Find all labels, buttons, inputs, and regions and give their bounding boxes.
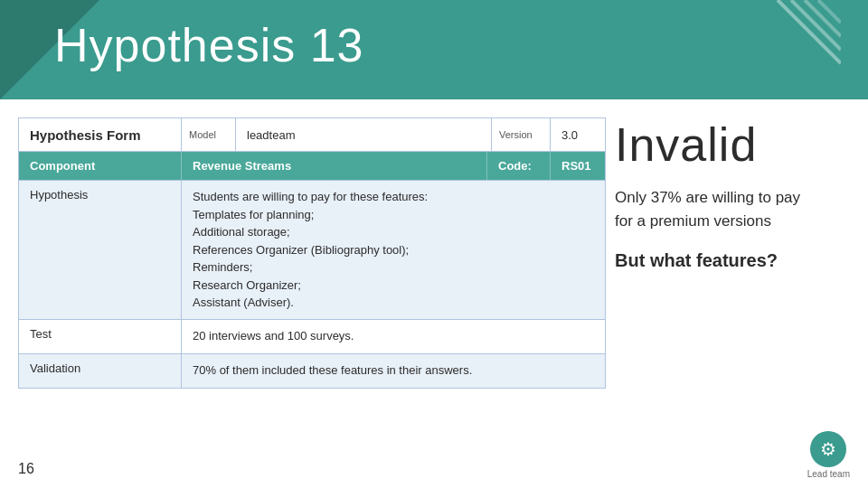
svg-line-1 <box>791 0 841 50</box>
form-rows: HypothesisStudents are willing to pay fo… <box>18 181 606 389</box>
table-row: HypothesisStudents are willing to pay fo… <box>18 181 606 320</box>
page-number: 16 <box>18 461 34 477</box>
header-bar: Hypothesis 13 <box>0 0 868 99</box>
leadteam-logo: ⚙ Lead team <box>807 431 850 479</box>
form-title: Hypothesis Form <box>19 118 182 151</box>
right-panel-text1: Only 37% are willing to pay for a premiu… <box>615 186 859 232</box>
row-label: Test <box>19 320 182 353</box>
form-model-group: Model leadteam Version 3.0 <box>182 118 605 151</box>
code-label: Code: <box>487 152 551 180</box>
logo-label: Lead team <box>807 469 850 479</box>
hypothesis-form: Hypothesis Form Model leadteam Version 3… <box>18 117 606 389</box>
code-value: RS01 <box>551 152 605 180</box>
version-label: Version <box>492 118 551 151</box>
table-row: Test20 interviews and 100 surveys. <box>18 320 606 354</box>
right-panel: Invalid Only 37% are willing to pay for … <box>615 117 859 271</box>
row-label: Validation <box>19 354 182 388</box>
right-panel-text2: But what features? <box>615 250 859 271</box>
header-deco-lines <box>769 0 841 81</box>
component-value: Revenue Streams <box>182 152 487 180</box>
model-label: Model <box>182 118 236 151</box>
row-label: Hypothesis <box>19 181 182 319</box>
logo-circle: ⚙ <box>810 431 846 467</box>
logo-icon: ⚙ <box>820 438 836 460</box>
row-content: 20 interviews and 100 surveys. <box>182 320 605 353</box>
page-title: Hypothesis 13 <box>54 18 364 72</box>
component-label: Component <box>19 152 182 180</box>
status-title: Invalid <box>615 117 859 172</box>
content-area: Hypothesis Form Model leadteam Version 3… <box>0 99 868 488</box>
version-value: 3.0 <box>551 118 605 151</box>
row-content: 70% of them included these features in t… <box>182 354 605 388</box>
form-header-row: Hypothesis Form Model leadteam Version 3… <box>18 117 606 152</box>
component-row: Component Revenue Streams Code: RS01 <box>18 152 606 181</box>
row-content: Students are willing to pay for these fe… <box>182 181 605 319</box>
table-row: Validation70% of them included these fea… <box>18 354 606 389</box>
model-value: leadteam <box>236 118 492 151</box>
svg-line-0 <box>778 0 841 63</box>
